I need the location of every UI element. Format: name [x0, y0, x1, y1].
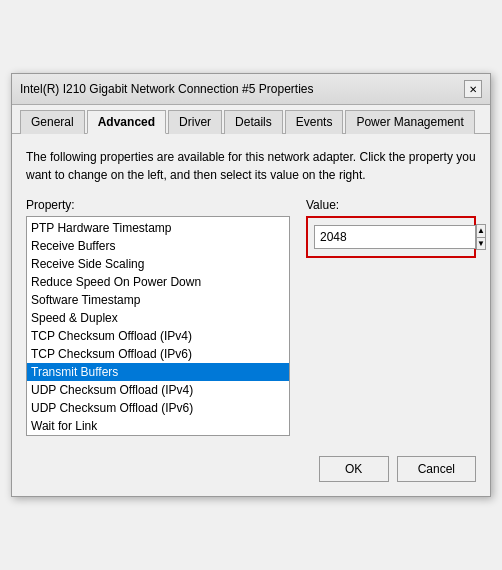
value-input[interactable] — [314, 225, 476, 249]
property-item-receive-side-scaling[interactable]: Receive Side Scaling — [27, 255, 289, 273]
tab-bar: GeneralAdvancedDriverDetailsEventsPower … — [12, 105, 490, 134]
property-item-reduce-speed-on-power-down[interactable]: Reduce Speed On Power Down — [27, 273, 289, 291]
property-item-wait-for-link[interactable]: Wait for Link — [27, 417, 289, 435]
value-column: Value: ▲ ▼ — [306, 198, 476, 258]
property-item-transmit-buffers[interactable]: Transmit Buffers — [27, 363, 289, 381]
tab-content: The following properties are available f… — [12, 134, 490, 446]
property-item-tcp-checksum-offload-ipv4[interactable]: TCP Checksum Offload (IPv4) — [27, 327, 289, 345]
property-item-udp-checksum-offload-ipv6[interactable]: UDP Checksum Offload (IPv6) — [27, 399, 289, 417]
spinner-up-button[interactable]: ▲ — [477, 225, 485, 237]
property-column: Property: NS OffloadPacket Priority & VL… — [26, 198, 290, 436]
value-input-row: ▲ ▼ — [314, 224, 468, 250]
property-list[interactable]: NS OffloadPacket Priority & VLANPTP Hard… — [26, 216, 290, 436]
property-item-ptp-hardware-timestamp[interactable]: PTP Hardware Timestamp — [27, 219, 289, 237]
columns-layout: Property: NS OffloadPacket Priority & VL… — [26, 198, 476, 436]
value-label: Value: — [306, 198, 476, 212]
description-text: The following properties are available f… — [26, 148, 476, 184]
tab-advanced[interactable]: Advanced — [87, 110, 166, 134]
close-button[interactable]: ✕ — [464, 80, 482, 98]
property-item-speed-duplex[interactable]: Speed & Duplex — [27, 309, 289, 327]
cancel-button[interactable]: Cancel — [397, 456, 476, 482]
window-title: Intel(R) I210 Gigabit Network Connection… — [20, 82, 313, 96]
tab-details[interactable]: Details — [224, 110, 283, 134]
property-item-udp-checksum-offload-ipv4[interactable]: UDP Checksum Offload (IPv4) — [27, 381, 289, 399]
title-bar: Intel(R) I210 Gigabit Network Connection… — [12, 74, 490, 105]
value-spinner: ▲ ▼ — [476, 224, 486, 250]
ok-button[interactable]: OK — [319, 456, 389, 482]
property-item-tcp-checksum-offload-ipv6[interactable]: TCP Checksum Offload (IPv6) — [27, 345, 289, 363]
value-box: ▲ ▼ — [306, 216, 476, 258]
properties-dialog: Intel(R) I210 Gigabit Network Connection… — [11, 73, 491, 497]
property-label: Property: — [26, 198, 290, 212]
tab-power-management[interactable]: Power Management — [345, 110, 474, 134]
property-item-software-timestamp[interactable]: Software Timestamp — [27, 291, 289, 309]
tab-events[interactable]: Events — [285, 110, 344, 134]
dialog-footer: OK Cancel — [12, 446, 490, 496]
tab-general[interactable]: General — [20, 110, 85, 134]
spinner-down-button[interactable]: ▼ — [477, 237, 485, 249]
property-item-receive-buffers[interactable]: Receive Buffers — [27, 237, 289, 255]
tab-driver[interactable]: Driver — [168, 110, 222, 134]
